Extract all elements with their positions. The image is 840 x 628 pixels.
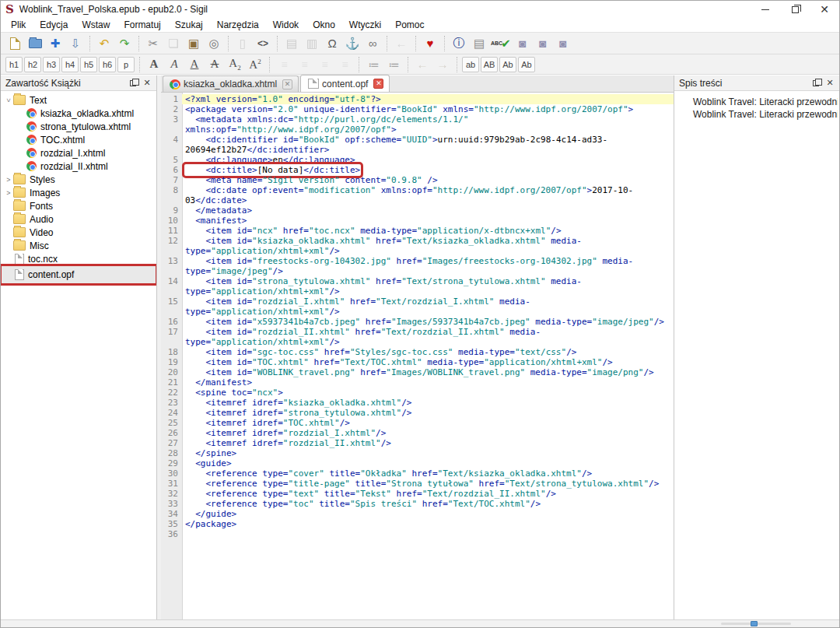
tree-item-rozdzial-i-xhtml[interactable]: rozdzial_I.xhtml <box>13 146 156 160</box>
tree-item-fonts[interactable]: Fonts <box>1 199 156 212</box>
toc-close-panel-button[interactable]: ✕ <box>824 78 836 89</box>
metadata-info-icon[interactable]: ⓘ <box>450 34 468 53</box>
menu-pomoc[interactable]: Pomoc <box>388 18 431 32</box>
paste-icon[interactable]: ▣ <box>184 34 203 53</box>
menu-wstaw[interactable]: Wstaw <box>75 18 117 32</box>
close-panel-button[interactable]: ✕ <box>141 78 153 89</box>
validate-epub-icon[interactable]: ▤ <box>470 34 488 53</box>
line-number: 35 <box>161 519 182 529</box>
tree-item-toc-ncx[interactable]: toc.ncx <box>1 252 156 265</box>
tree-item-label: Video <box>30 227 53 238</box>
expander-open-icon[interactable]: > <box>5 96 12 105</box>
code-line: 21 </manifest> <box>161 377 674 388</box>
heading-h3-button[interactable]: h3 <box>43 57 60 72</box>
zoom-slider[interactable] <box>721 623 791 625</box>
code-line: 4 <dc:identifier id="BookId" opf:scheme=… <box>161 135 674 155</box>
bullet-list-icon[interactable]: ≔ <box>364 55 383 74</box>
plugin-1-icon[interactable]: ◙ <box>513 34 532 53</box>
add-existing-file-icon[interactable]: ✚ <box>46 34 65 53</box>
toc-float-panel-button[interactable] <box>810 78 822 89</box>
tree-item-text[interactable]: >Text <box>1 93 156 107</box>
float-panel-button[interactable] <box>127 78 139 89</box>
menu-wtyczki[interactable]: Wtyczki <box>342 18 388 32</box>
underline-icon[interactable]: A <box>185 55 204 74</box>
heading-p-button[interactable]: p <box>117 57 135 72</box>
superscript-icon[interactable]: A2 <box>246 55 264 74</box>
bold-icon[interactable]: A <box>145 55 163 74</box>
expander-closed-icon[interactable]: > <box>4 176 13 184</box>
tab-ksiazka-okladka-xhtml[interactable]: ksiazka_okladka.xhtml✕ <box>163 75 299 92</box>
tab-close-icon[interactable]: ✕ <box>282 79 292 89</box>
capitalize-button[interactable]: Ab <box>518 57 535 72</box>
strikethrough-icon[interactable]: A <box>205 55 224 74</box>
redo-icon[interactable]: ↷ <box>115 34 134 53</box>
tree-item-ksiazka-okladka-xhtml[interactable]: ksiazka_okladka.xhtml <box>13 107 156 120</box>
plugin-3-icon[interactable]: ◙ <box>554 34 572 53</box>
uppercase-button[interactable]: AB <box>481 57 498 72</box>
line-number: 16 <box>161 317 182 327</box>
tree-item-styles[interactable]: >Styles <box>1 173 156 186</box>
line-content: </spine> <box>182 448 674 458</box>
code-line: 34 </guide> <box>161 509 674 519</box>
italic-icon[interactable]: A <box>165 55 184 74</box>
menu-plik[interactable]: Plik <box>4 18 33 32</box>
heading-h2-button[interactable]: h2 <box>24 57 41 72</box>
heading-h4-button[interactable]: h4 <box>61 57 79 72</box>
tree-item-strona-tytulowa-xhtml[interactable]: strona_tytulowa.xhtml <box>13 120 156 133</box>
tree-item-images[interactable]: >Images <box>1 186 156 199</box>
heading-h5-button[interactable]: h5 <box>80 57 97 72</box>
save-icon[interactable]: ⇩ <box>66 34 85 53</box>
toc-entry[interactable]: Woblink Travel: Literacki przewodnik po … <box>674 96 838 108</box>
code-editor[interactable]: 1<?xml version="1.0" encoding="utf-8"?>2… <box>161 93 674 619</box>
menu-narzędzia[interactable]: Narzędzia <box>210 18 266 32</box>
minimize-button[interactable] <box>751 1 780 18</box>
menu-widok[interactable]: Widok <box>266 18 306 32</box>
book-browser-title: Zawartość Książki <box>5 78 125 89</box>
open-file-icon[interactable] <box>26 34 44 53</box>
code-line: 23 <itemref idref="ksiazka_okladka.xhtml… <box>161 398 674 408</box>
folder-icon <box>13 240 26 251</box>
tab-content-opf[interactable]: content.opf✕ <box>300 75 390 92</box>
find-icon[interactable]: ◎ <box>205 34 223 53</box>
tree-item-label: toc.ncx <box>28 254 58 265</box>
line-number: 6 <box>161 165 182 175</box>
anchor-id-icon[interactable]: ⚓ <box>343 34 362 53</box>
numbered-list-icon[interactable]: ≔ <box>384 55 403 74</box>
tab-close-icon[interactable]: ✕ <box>373 79 383 89</box>
special-character-icon[interactable]: Ω <box>323 34 341 53</box>
code-line: 32 <reference type="text" title="Tekst" … <box>161 489 674 499</box>
spellcheck-icon[interactable]: ABC✔ <box>490 34 512 53</box>
line-number: 29 <box>161 458 182 468</box>
tree-item-misc[interactable]: Misc <box>1 239 156 252</box>
cut-icon[interactable]: ✂ <box>144 34 163 53</box>
line-number: 12 <box>161 236 182 256</box>
menu-szukaj[interactable]: Szukaj <box>168 18 210 32</box>
line-content: <dc:date opf:event="modification" xmlns:… <box>182 185 674 205</box>
restore-button[interactable] <box>780 1 810 18</box>
donate-heart-icon[interactable]: ♥ <box>421 34 439 53</box>
new-file-icon[interactable] <box>5 34 24 53</box>
tree-item-audio[interactable]: Audio <box>1 212 156 226</box>
heading-h1-button[interactable]: h1 <box>5 57 23 72</box>
plugin-2-icon[interactable]: ◙ <box>534 34 552 53</box>
menu-edycja[interactable]: Edycja <box>33 18 75 32</box>
tree-item-video[interactable]: Video <box>1 226 156 239</box>
menu-formatuj[interactable]: Formatuj <box>117 18 167 32</box>
tree-item-rozdzial-ii-xhtml[interactable]: rozdzial_II.xhtml <box>13 160 156 173</box>
lowercase-button[interactable]: ab <box>462 57 479 72</box>
line-number: 24 <box>161 408 182 418</box>
code-line: 30 <reference type="cover" title="Okładk… <box>161 468 674 479</box>
toc-entry[interactable]: Woblink Travel: Literacki przewodnik po … <box>674 108 838 121</box>
expander-closed-icon[interactable]: > <box>4 189 13 197</box>
undo-icon[interactable]: ↶ <box>95 34 114 53</box>
heading-h6-button[interactable]: h6 <box>99 57 116 72</box>
subscript-icon[interactable]: A2 <box>226 55 244 74</box>
menu-okno[interactable]: Okno <box>306 18 342 32</box>
zoom-slider-handle[interactable] <box>751 621 758 626</box>
close-button[interactable]: ✕ <box>810 1 839 18</box>
insert-link-icon[interactable]: ∞ <box>363 34 382 53</box>
code-view-icon[interactable]: <> <box>254 34 272 53</box>
titlecase-button[interactable]: Ab <box>499 57 516 72</box>
tree-item-content-opf[interactable]: content.opf <box>1 265 156 284</box>
tree-item-toc-xhtml[interactable]: TOC.xhtml <box>13 133 156 146</box>
